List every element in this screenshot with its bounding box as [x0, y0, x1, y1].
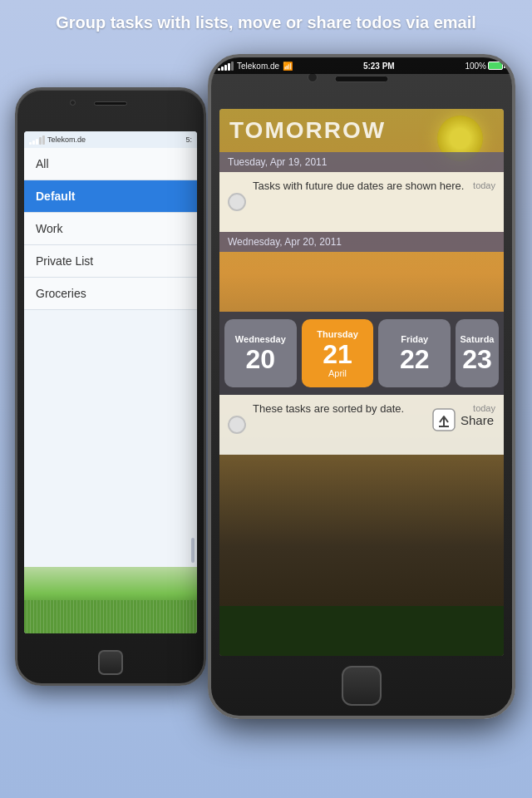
cal-thu-name: Thursday	[317, 329, 358, 339]
cal-sat-name: Saturda	[461, 334, 495, 344]
date-row-2-text: Wednesday, Apr 20, 2011	[228, 236, 342, 248]
share-button[interactable]: Share	[432, 408, 494, 431]
cal-wed-num: 20	[246, 346, 276, 372]
list-item-groceries[interactable]: Groceries	[24, 278, 197, 310]
left-carrier: Telekom.de	[47, 135, 86, 144]
landscape-bottom	[219, 523, 504, 656]
cal-fri-name: Friday	[401, 334, 428, 344]
right-phone-speaker	[335, 76, 389, 82]
list-item-private[interactable]: Private List	[24, 245, 197, 278]
task-1-date: today	[473, 180, 495, 190]
share-label: Share	[461, 413, 494, 427]
share-icon	[432, 408, 456, 431]
tomorrow-bar: TOMORROW	[219, 109, 504, 152]
right-home-button[interactable]	[342, 666, 382, 706]
battery-percent: 100%	[465, 62, 486, 71]
left-time: 5:	[185, 135, 192, 144]
task-1-text: Tasks with future due dates are shown he…	[253, 179, 468, 194]
left-phone-speaker	[94, 101, 127, 106]
wifi-icon: 📶	[283, 62, 293, 71]
right-phone: Telekom.de 📶 5:23 PM 100% TOMORROW	[208, 54, 515, 719]
cal-day-fri[interactable]: Friday 22	[378, 319, 451, 387]
cal-day-sat[interactable]: Saturda 23	[456, 319, 499, 387]
share-area: Share	[219, 395, 504, 445]
left-phone-screen: Telekom.de 5: All Default Work Private L…	[24, 131, 197, 633]
right-status-left: Telekom.de 📶	[218, 62, 293, 71]
date-row-2: Wednesday, Apr 20, 2011	[219, 232, 504, 252]
list-item-work[interactable]: Work	[24, 213, 197, 245]
cal-day-wed[interactable]: Wednesday 20	[224, 319, 297, 387]
left-status-bar: Telekom.de 5:	[24, 131, 197, 148]
calendar-picker[interactable]: Wednesday 20 Thursday 21 April Friday 22	[219, 312, 504, 395]
left-phone: Telekom.de 5: All Default Work Private L…	[15, 87, 206, 686]
scroll-indicator	[191, 538, 195, 563]
grass-silhouette	[219, 606, 504, 656]
right-carrier: Telekom.de	[237, 62, 279, 71]
list-container: All Default Work Private List Groceries	[24, 148, 197, 633]
list-item-default[interactable]: Default	[24, 180, 197, 213]
list-footer	[24, 567, 197, 633]
left-home-button[interactable]	[98, 650, 123, 675]
left-phone-camera	[70, 100, 76, 106]
right-signal-icon	[218, 62, 234, 71]
cal-fri-num: 22	[400, 346, 430, 372]
task-row-1[interactable]: Tasks with future due dates are shown he…	[219, 172, 504, 232]
screen-content: TOMORROW Tuesday, Apr 19, 2011 Tasks wit…	[219, 109, 504, 656]
header-text: Group tasks with lists, move or share to…	[0, 0, 532, 42]
list-item-all[interactable]: All	[24, 148, 197, 180]
cal-thu-num: 21	[323, 341, 352, 367]
cal-sat-num: 23	[462, 346, 492, 372]
cal-thu-month: April	[328, 368, 347, 378]
task-1-circle[interactable]	[228, 193, 246, 211]
right-status-bar: Telekom.de 📶 5:23 PM 100%	[211, 57, 512, 74]
right-phone-screen: TOMORROW Tuesday, Apr 19, 2011 Tasks wit…	[219, 109, 504, 656]
left-signal-icon	[29, 135, 45, 145]
date-row-1-text: Tuesday, Apr 19, 2011	[228, 156, 327, 168]
cal-day-thu[interactable]: Thursday 21 April	[302, 319, 374, 387]
right-time: 5:23 PM	[363, 62, 395, 71]
battery-icon	[488, 62, 505, 70]
tomorrow-label: TOMORROW	[229, 117, 386, 144]
phones-wrapper: Telekom.de 5: All Default Work Private L…	[0, 54, 532, 798]
grass-decoration	[24, 600, 197, 633]
cal-wed-name: Wednesday	[235, 334, 286, 344]
date-row-1: Tuesday, Apr 19, 2011	[219, 152, 504, 172]
